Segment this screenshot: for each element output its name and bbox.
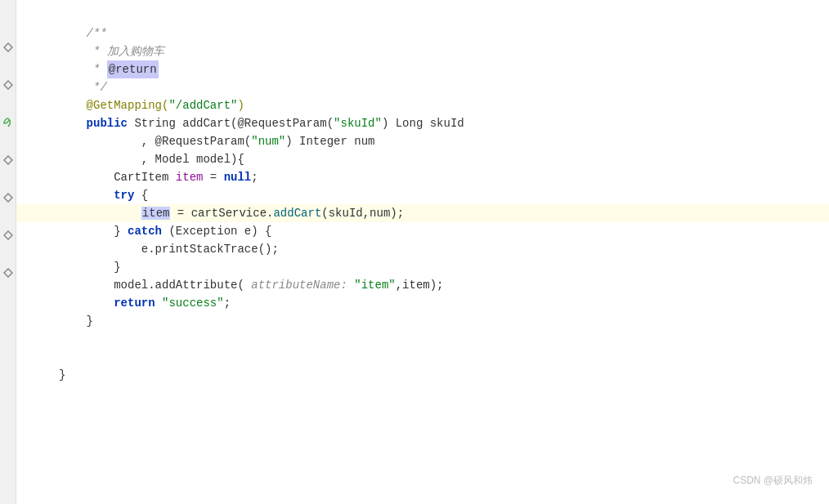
code-line-7: , @RequestParam("num") Integer num: [16, 132, 829, 150]
code-line-15: model.addAttribute( attributeName: "item…: [16, 276, 829, 294]
sidebar-icon-4[interactable]: [2, 191, 15, 204]
method-param-num: , @RequestParam("num") Integer num: [59, 132, 374, 150]
printstacktrace: e.printStackTrace();: [59, 240, 279, 258]
code-line-4: */: [16, 78, 829, 96]
svg-marker-1: [4, 81, 12, 89]
sidebar-icon-5[interactable]: [2, 229, 15, 242]
svg-marker-5: [4, 269, 12, 277]
code-line-9: CartItem item = null;: [16, 168, 829, 186]
code-line-1: /**: [16, 25, 829, 42]
svg-marker-0: [4, 43, 12, 51]
svg-marker-2: [4, 156, 12, 164]
watermark: CSDN @硕风和炜: [733, 474, 813, 488]
code-line-19-empty: [16, 348, 829, 366]
catch-close: }: [59, 258, 121, 276]
svg-marker-4: [4, 231, 12, 239]
model-addattribute: model.addAttribute( attributeName: "item…: [59, 276, 444, 294]
code-line-3: * @return: [16, 60, 829, 78]
code-line-17: }: [16, 312, 829, 330]
sidebar-icon-leaf[interactable]: [2, 116, 15, 129]
annotation-getmapping: @GetMapping("/addCart"): [59, 96, 244, 114]
return-stmt: return "success";: [59, 294, 231, 312]
sidebar-icon-2[interactable]: [2, 78, 15, 91]
code-line-14: }: [16, 258, 829, 276]
class-close: }: [59, 366, 65, 384]
try-open: try {: [59, 186, 148, 204]
comment-cart: * 加入购物车: [59, 42, 164, 60]
code-line-6: public String addCart(@RequestParam("sku…: [16, 114, 829, 132]
cartitem-decl: CartItem item = null;: [59, 168, 258, 186]
editor: /** * 加入购物车 * @return */: [0, 0, 829, 504]
sidebar-icon-1[interactable]: [2, 41, 15, 54]
code-line-empty-top: [16, 7, 829, 25]
code-line-2: * 加入购物车: [16, 42, 829, 60]
method-param-model: , Model model){: [59, 150, 244, 168]
method-close: }: [59, 312, 93, 330]
code-line-8: , Model model){: [16, 150, 829, 168]
code-editor: /** * 加入购物车 * @return */: [16, 0, 829, 390]
catch-block: } catch (Exception e) {: [59, 222, 271, 240]
code-line-18-empty: [16, 330, 829, 348]
comment-return: *: [59, 60, 107, 78]
sidebar-icon-6[interactable]: [2, 266, 15, 279]
method-decl: public String addCart(@RequestParam("sku…: [59, 114, 464, 132]
return-tag: @return: [107, 60, 159, 78]
sidebar-icon-3[interactable]: [2, 154, 15, 167]
comment-close: */: [59, 78, 107, 96]
code-line-11-highlighted: item = cartService.addCart(skuId,num);: [16, 204, 829, 222]
code-line-5: @GetMapping("/addCart"): [16, 96, 829, 114]
code-line-20: }: [16, 366, 829, 384]
code-line-13: e.printStackTrace();: [16, 240, 829, 258]
code-line-16: return "success";: [16, 294, 829, 312]
addcart-call: item = cartService.addCart(skuId,num);: [59, 204, 404, 222]
code-line-10: try {: [16, 186, 829, 204]
code-line-12: } catch (Exception e) {: [16, 222, 829, 240]
comment-open: /**: [59, 25, 107, 42]
svg-marker-3: [4, 194, 12, 202]
sidebar: [0, 0, 16, 504]
